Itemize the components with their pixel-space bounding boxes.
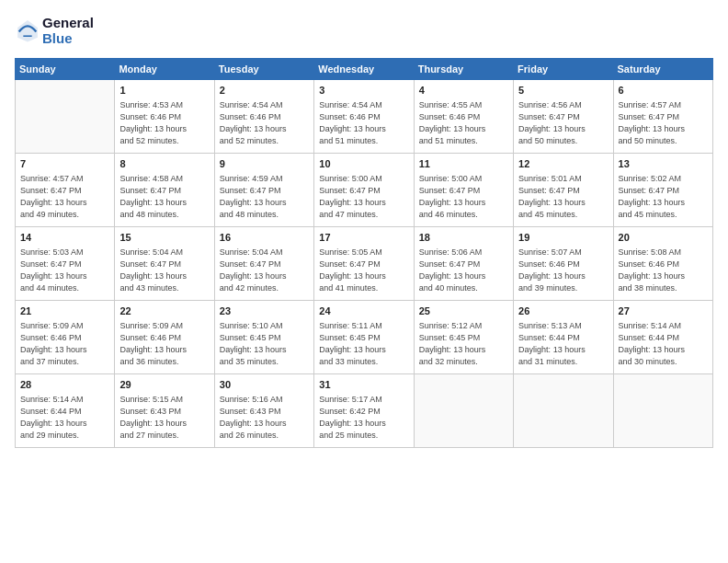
day-number: 18 bbox=[419, 231, 508, 245]
day-info: Sunrise: 5:12 AMSunset: 6:45 PMDaylight:… bbox=[419, 320, 508, 368]
calendar-cell: 26Sunrise: 5:13 AMSunset: 6:44 PMDayligh… bbox=[514, 300, 613, 373]
day-info: Sunrise: 5:06 AMSunset: 6:47 PMDaylight:… bbox=[419, 247, 508, 294]
calendar-cell: 4Sunrise: 4:55 AMSunset: 6:46 PMDaylight… bbox=[414, 79, 513, 153]
calendar-week-2: 7Sunrise: 4:57 AMSunset: 6:47 PMDaylight… bbox=[16, 153, 713, 226]
day-number: 6 bbox=[619, 84, 708, 98]
calendar-cell: 27Sunrise: 5:14 AMSunset: 6:44 PMDayligh… bbox=[613, 300, 712, 373]
weekday-header-row: SundayMondayTuesdayWednesdayThursdayFrid… bbox=[16, 58, 713, 79]
day-number: 30 bbox=[220, 378, 309, 392]
day-info: Sunrise: 5:01 AMSunset: 6:47 PMDaylight:… bbox=[518, 173, 608, 221]
day-info: Sunrise: 5:13 AMSunset: 6:44 PMDaylight:… bbox=[518, 320, 608, 368]
day-info: Sunrise: 5:17 AMSunset: 6:42 PMDaylight:… bbox=[319, 394, 408, 442]
day-number: 16 bbox=[220, 231, 309, 245]
calendar-cell: 18Sunrise: 5:06 AMSunset: 6:47 PMDayligh… bbox=[414, 226, 513, 300]
day-info: Sunrise: 5:16 AMSunset: 6:43 PMDaylight:… bbox=[220, 394, 309, 442]
calendar-cell: 5Sunrise: 4:56 AMSunset: 6:47 PMDaylight… bbox=[514, 79, 613, 153]
day-info: Sunrise: 4:54 AMSunset: 6:46 PMDaylight:… bbox=[220, 99, 309, 147]
day-number: 9 bbox=[220, 157, 309, 171]
calendar-body: 1Sunrise: 4:53 AMSunset: 6:46 PMDaylight… bbox=[16, 79, 713, 447]
calendar-cell: 6Sunrise: 4:57 AMSunset: 6:47 PMDaylight… bbox=[613, 79, 712, 153]
day-number: 12 bbox=[518, 157, 608, 171]
logo-icon bbox=[15, 17, 40, 43]
calendar-cell: 25Sunrise: 5:12 AMSunset: 6:45 PMDayligh… bbox=[414, 300, 513, 373]
day-number: 2 bbox=[220, 84, 309, 98]
calendar-cell bbox=[613, 373, 712, 447]
calendar-cell: 17Sunrise: 5:05 AMSunset: 6:47 PMDayligh… bbox=[314, 226, 414, 300]
calendar-cell bbox=[414, 373, 513, 447]
day-info: Sunrise: 5:02 AMSunset: 6:47 PMDaylight:… bbox=[619, 173, 708, 221]
weekday-header-monday: Monday bbox=[115, 58, 214, 79]
calendar-cell: 19Sunrise: 5:07 AMSunset: 6:46 PMDayligh… bbox=[514, 226, 613, 300]
calendar-cell: 3Sunrise: 4:54 AMSunset: 6:46 PMDaylight… bbox=[314, 79, 414, 153]
day-info: Sunrise: 4:58 AMSunset: 6:47 PMDaylight:… bbox=[119, 173, 209, 221]
day-info: Sunrise: 5:08 AMSunset: 6:46 PMDaylight:… bbox=[619, 247, 708, 294]
day-number: 29 bbox=[119, 378, 209, 392]
day-info: Sunrise: 5:14 AMSunset: 6:44 PMDaylight:… bbox=[20, 394, 109, 442]
calendar-cell: 16Sunrise: 5:04 AMSunset: 6:47 PMDayligh… bbox=[214, 226, 313, 300]
calendar-cell: 23Sunrise: 5:10 AMSunset: 6:45 PMDayligh… bbox=[214, 300, 313, 373]
day-info: Sunrise: 5:09 AMSunset: 6:46 PMDaylight:… bbox=[20, 320, 109, 368]
day-number: 22 bbox=[119, 304, 209, 318]
day-number: 24 bbox=[319, 304, 408, 318]
day-info: Sunrise: 4:56 AMSunset: 6:47 PMDaylight:… bbox=[518, 99, 608, 147]
calendar-cell: 10Sunrise: 5:00 AMSunset: 6:47 PMDayligh… bbox=[314, 153, 414, 226]
calendar-week-3: 14Sunrise: 5:03 AMSunset: 6:47 PMDayligh… bbox=[16, 226, 713, 300]
day-info: Sunrise: 5:09 AMSunset: 6:46 PMDaylight:… bbox=[119, 320, 209, 368]
day-info: Sunrise: 4:55 AMSunset: 6:46 PMDaylight:… bbox=[419, 99, 508, 147]
calendar-table: SundayMondayTuesdayWednesdayThursdayFrid… bbox=[15, 58, 713, 448]
calendar-header: SundayMondayTuesdayWednesdayThursdayFrid… bbox=[16, 58, 713, 79]
day-number: 1 bbox=[119, 84, 209, 98]
calendar-cell: 22Sunrise: 5:09 AMSunset: 6:46 PMDayligh… bbox=[115, 300, 214, 373]
calendar-cell: 9Sunrise: 4:59 AMSunset: 6:47 PMDaylight… bbox=[214, 153, 313, 226]
day-info: Sunrise: 5:14 AMSunset: 6:44 PMDaylight:… bbox=[619, 320, 708, 368]
weekday-header-saturday: Saturday bbox=[613, 58, 712, 79]
weekday-header-friday: Friday bbox=[514, 58, 613, 79]
weekday-header-tuesday: Tuesday bbox=[214, 58, 313, 79]
day-number: 19 bbox=[518, 231, 608, 245]
day-info: Sunrise: 4:57 AMSunset: 6:47 PMDaylight:… bbox=[619, 99, 708, 147]
day-info: Sunrise: 5:04 AMSunset: 6:47 PMDaylight:… bbox=[220, 247, 309, 294]
day-info: Sunrise: 5:15 AMSunset: 6:43 PMDaylight:… bbox=[119, 394, 209, 442]
day-info: Sunrise: 5:10 AMSunset: 6:45 PMDaylight:… bbox=[220, 320, 309, 368]
calendar-cell: 2Sunrise: 4:54 AMSunset: 6:46 PMDaylight… bbox=[214, 79, 313, 153]
calendar-cell: 13Sunrise: 5:02 AMSunset: 6:47 PMDayligh… bbox=[613, 153, 712, 226]
calendar-cell: 21Sunrise: 5:09 AMSunset: 6:46 PMDayligh… bbox=[16, 300, 115, 373]
day-number: 23 bbox=[220, 304, 309, 318]
day-number: 5 bbox=[518, 84, 608, 98]
day-number: 28 bbox=[20, 378, 109, 392]
day-info: Sunrise: 5:00 AMSunset: 6:47 PMDaylight:… bbox=[319, 173, 408, 221]
calendar-cell: 20Sunrise: 5:08 AMSunset: 6:46 PMDayligh… bbox=[613, 226, 712, 300]
calendar-week-4: 21Sunrise: 5:09 AMSunset: 6:46 PMDayligh… bbox=[16, 300, 713, 373]
logo-name: General bbox=[42, 15, 94, 30]
day-number: 14 bbox=[20, 231, 109, 245]
calendar-week-5: 28Sunrise: 5:14 AMSunset: 6:44 PMDayligh… bbox=[16, 373, 713, 447]
day-number: 11 bbox=[419, 157, 508, 171]
day-number: 20 bbox=[619, 231, 708, 245]
day-number: 26 bbox=[518, 304, 608, 318]
day-number: 10 bbox=[319, 157, 408, 171]
calendar-week-1: 1Sunrise: 4:53 AMSunset: 6:46 PMDaylight… bbox=[16, 79, 713, 153]
day-info: Sunrise: 5:04 AMSunset: 6:47 PMDaylight:… bbox=[119, 247, 209, 294]
day-number: 21 bbox=[20, 304, 109, 318]
calendar-cell: 11Sunrise: 5:00 AMSunset: 6:47 PMDayligh… bbox=[414, 153, 513, 226]
day-number: 17 bbox=[319, 231, 408, 245]
day-info: Sunrise: 4:59 AMSunset: 6:47 PMDaylight:… bbox=[220, 173, 309, 221]
calendar-cell: 12Sunrise: 5:01 AMSunset: 6:47 PMDayligh… bbox=[514, 153, 613, 226]
calendar-cell: 1Sunrise: 4:53 AMSunset: 6:46 PMDaylight… bbox=[115, 79, 214, 153]
weekday-header-sunday: Sunday bbox=[16, 58, 115, 79]
calendar-cell: 8Sunrise: 4:58 AMSunset: 6:47 PMDaylight… bbox=[115, 153, 214, 226]
day-info: Sunrise: 4:57 AMSunset: 6:47 PMDaylight:… bbox=[20, 173, 109, 221]
day-info: Sunrise: 5:11 AMSunset: 6:45 PMDaylight:… bbox=[319, 320, 408, 368]
calendar-cell: 24Sunrise: 5:11 AMSunset: 6:45 PMDayligh… bbox=[314, 300, 414, 373]
calendar-cell: 29Sunrise: 5:15 AMSunset: 6:43 PMDayligh… bbox=[115, 373, 214, 447]
calendar-cell: 15Sunrise: 5:04 AMSunset: 6:47 PMDayligh… bbox=[115, 226, 214, 300]
day-number: 4 bbox=[419, 84, 508, 98]
weekday-header-wednesday: Wednesday bbox=[314, 58, 414, 79]
day-number: 13 bbox=[619, 157, 708, 171]
day-number: 27 bbox=[619, 304, 708, 318]
day-info: Sunrise: 4:53 AMSunset: 6:46 PMDaylight:… bbox=[119, 99, 209, 147]
weekday-header-thursday: Thursday bbox=[414, 58, 513, 79]
logo: General Blue bbox=[15, 15, 94, 47]
calendar-cell: 28Sunrise: 5:14 AMSunset: 6:44 PMDayligh… bbox=[16, 373, 115, 447]
day-info: Sunrise: 5:03 AMSunset: 6:47 PMDaylight:… bbox=[20, 247, 109, 294]
